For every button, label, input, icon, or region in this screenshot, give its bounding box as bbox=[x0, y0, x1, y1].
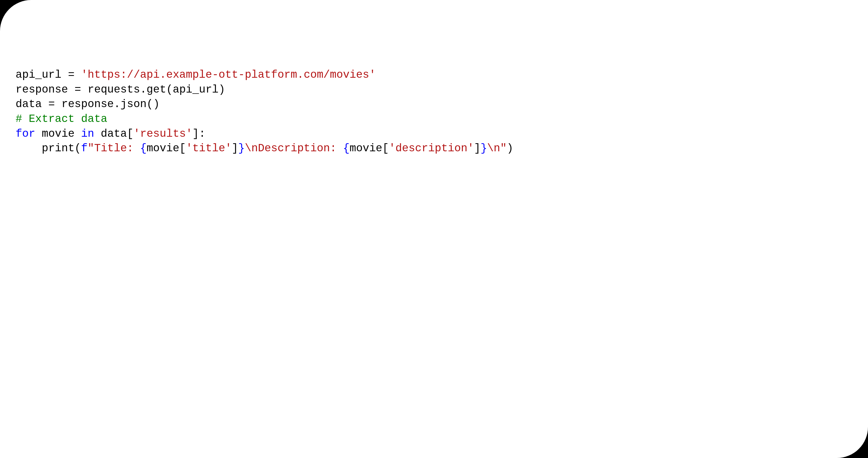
code-escape: \n bbox=[487, 142, 500, 155]
code-text: data[ bbox=[94, 128, 133, 140]
code-escape: \n bbox=[245, 142, 258, 155]
code-keyword: in bbox=[81, 128, 94, 140]
code-comment: # Extract data bbox=[16, 113, 107, 125]
code-fprefix: f bbox=[81, 142, 88, 155]
code-interp-close: } bbox=[480, 142, 487, 155]
code-fstring: Description: bbox=[258, 142, 343, 155]
code-line-5: for movie in data['results']: bbox=[16, 128, 206, 140]
code-interp-open: { bbox=[140, 142, 147, 155]
code-text: ] bbox=[232, 142, 238, 155]
code-interp-close: } bbox=[238, 142, 245, 155]
code-text: ] bbox=[474, 142, 480, 155]
code-fstring: " bbox=[500, 142, 507, 155]
code-card: api_url = 'https://api.example-ott-platf… bbox=[0, 0, 868, 458]
code-text: movie[ bbox=[350, 142, 389, 155]
code-indent bbox=[16, 142, 42, 155]
code-text: movie bbox=[35, 128, 81, 140]
code-text: movie[ bbox=[147, 142, 186, 155]
code-string: 'https://api.example-ott-platform.com/mo… bbox=[81, 69, 376, 81]
code-text: print( bbox=[42, 142, 81, 155]
code-text: api_url = bbox=[16, 69, 81, 81]
code-line-3: data = response.json() bbox=[16, 98, 160, 111]
code-block: api_url = 'https://api.example-ott-platf… bbox=[16, 68, 852, 156]
code-string: 'results' bbox=[133, 128, 192, 140]
code-keyword: for bbox=[16, 128, 35, 140]
code-fstring: "Title: bbox=[88, 142, 140, 155]
code-string: 'title' bbox=[186, 142, 231, 155]
code-line-1: api_url = 'https://api.example-ott-platf… bbox=[16, 69, 376, 81]
code-text: ]: bbox=[192, 128, 206, 140]
code-interp-open: { bbox=[343, 142, 349, 155]
code-line-2: response = requests.get(api_url) bbox=[16, 84, 225, 96]
code-text: ) bbox=[507, 142, 514, 155]
code-string: 'description' bbox=[389, 142, 474, 155]
code-line-6: print(f"Title: {movie['title']}\nDescrip… bbox=[16, 142, 514, 155]
